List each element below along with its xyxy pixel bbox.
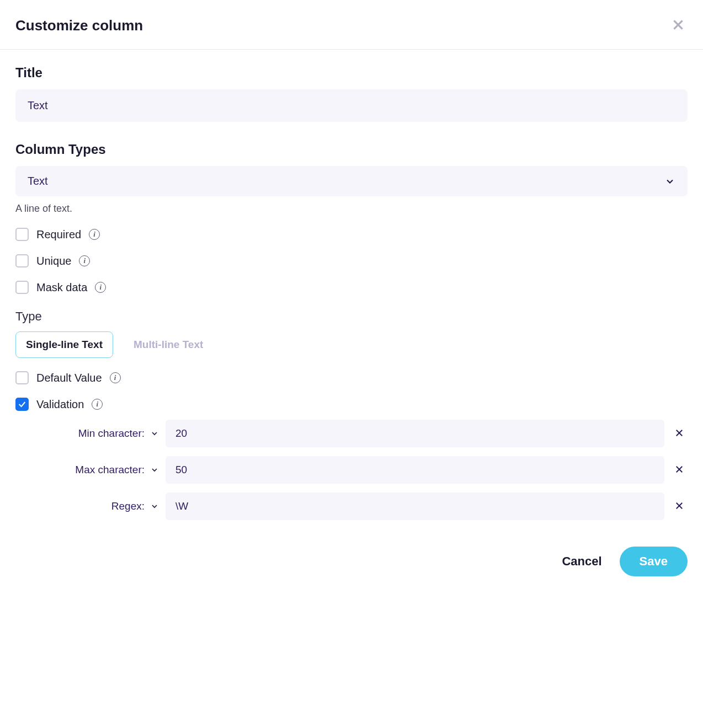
title-label: Title bbox=[15, 65, 688, 81]
check-icon bbox=[18, 400, 26, 409]
close-icon bbox=[671, 18, 685, 32]
default-value-row: Default Value i bbox=[15, 371, 688, 384]
chevron-down-icon[interactable] bbox=[150, 429, 159, 438]
type-label: Type bbox=[15, 309, 688, 324]
tab-single-line[interactable]: Single-line Text bbox=[15, 331, 113, 358]
close-icon bbox=[674, 464, 684, 474]
mask-data-label: Mask data bbox=[36, 281, 87, 294]
mask-data-checkbox[interactable] bbox=[15, 281, 29, 294]
info-icon[interactable]: i bbox=[110, 372, 121, 383]
column-types-label: Column Types bbox=[15, 142, 688, 157]
info-icon[interactable]: i bbox=[95, 282, 106, 293]
info-icon[interactable]: i bbox=[79, 255, 90, 266]
max-char-row: Max character: bbox=[15, 456, 688, 484]
min-char-row: Min character: bbox=[15, 420, 688, 447]
min-char-input[interactable] bbox=[166, 420, 664, 447]
save-button[interactable]: Save bbox=[620, 547, 688, 576]
validation-row: Validation i bbox=[15, 398, 688, 411]
close-icon bbox=[674, 501, 684, 511]
unique-row: Unique i bbox=[15, 254, 688, 267]
unique-checkbox[interactable] bbox=[15, 254, 29, 267]
info-icon[interactable]: i bbox=[92, 399, 103, 410]
column-types-section: Column Types Text A line of text. bbox=[15, 142, 688, 215]
title-input[interactable] bbox=[15, 89, 688, 122]
validation-label: Validation bbox=[36, 398, 84, 411]
remove-min-button[interactable] bbox=[671, 425, 688, 443]
regex-row: Regex: bbox=[15, 493, 688, 520]
remove-regex-button[interactable] bbox=[671, 497, 688, 516]
required-row: Required i bbox=[15, 228, 688, 241]
min-char-label: Min character: bbox=[78, 427, 145, 440]
required-checkbox[interactable] bbox=[15, 228, 29, 241]
validation-checkbox[interactable] bbox=[15, 398, 29, 411]
title-section: Title bbox=[15, 65, 688, 122]
remove-max-button[interactable] bbox=[671, 461, 688, 479]
chevron-down-icon[interactable] bbox=[150, 465, 159, 474]
default-value-checkbox[interactable] bbox=[15, 371, 29, 384]
cancel-button[interactable]: Cancel bbox=[557, 547, 606, 576]
regex-label: Regex: bbox=[111, 500, 145, 512]
close-icon bbox=[674, 428, 684, 438]
required-label: Required bbox=[36, 228, 81, 241]
regex-input[interactable] bbox=[166, 493, 664, 520]
chevron-down-icon[interactable] bbox=[150, 502, 159, 511]
modal-title: Customize column bbox=[15, 17, 143, 34]
default-value-label: Default Value bbox=[36, 372, 102, 384]
modal-header: Customize column bbox=[0, 0, 703, 50]
close-button[interactable] bbox=[669, 15, 688, 36]
modal-footer: Cancel Save bbox=[15, 547, 688, 576]
max-char-input[interactable] bbox=[166, 456, 664, 484]
column-type-help: A line of text. bbox=[15, 203, 688, 215]
info-icon[interactable]: i bbox=[89, 229, 100, 240]
mask-data-row: Mask data i bbox=[15, 281, 688, 294]
chevron-down-icon bbox=[664, 176, 675, 187]
type-tabs: Single-line Text Multi-line Text bbox=[15, 331, 688, 358]
unique-label: Unique bbox=[36, 255, 71, 267]
column-type-selected: Text bbox=[28, 175, 48, 188]
max-char-label: Max character: bbox=[75, 464, 145, 476]
column-type-select[interactable]: Text bbox=[15, 166, 688, 196]
tab-multi-line[interactable]: Multi-line Text bbox=[123, 331, 214, 358]
